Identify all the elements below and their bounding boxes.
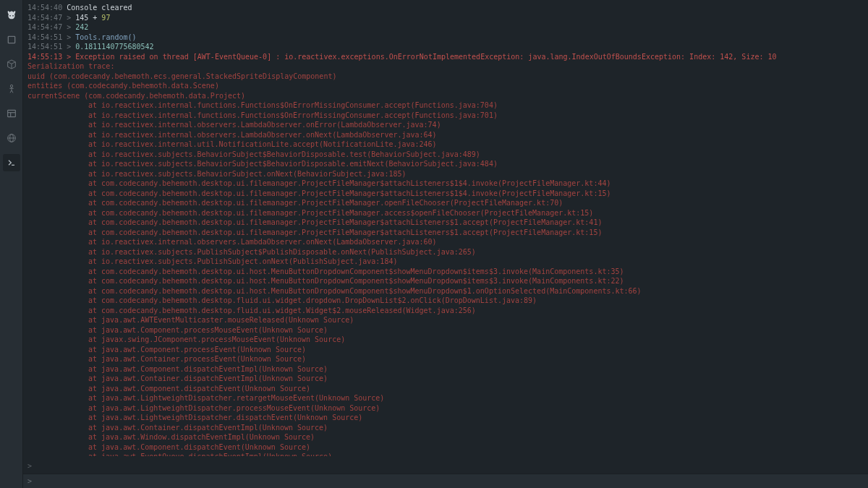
square-icon[interactable]: [3, 31, 20, 48]
console-line: at io.reactivex.subjects.BehaviorSubject…: [27, 159, 864, 169]
main-panel: 14:54:40 Console cleared14:54:47 > 145 +…: [23, 0, 868, 488]
console-line: at io.reactivex.internal.observers.Lambd…: [27, 130, 864, 140]
console-line: uuid (com.codecandy.behemoth.ecs.general…: [27, 72, 864, 82]
input-prompt-caret: >: [27, 477, 32, 485]
console-line: at java.awt.Window.dispatchEventImpl(Unk…: [27, 432, 864, 442]
console-line: at java.awt.Container.dispatchEventImpl(…: [27, 374, 864, 384]
console-input[interactable]: [35, 477, 864, 485]
layout-icon[interactable]: [3, 105, 20, 122]
svg-rect-0: [8, 36, 14, 43]
console-line: at java.awt.Container.dispatchEventImpl(…: [27, 423, 864, 433]
console-line: 14:54:51 > Tools.random(): [27, 33, 864, 43]
console-line: at java.awt.Container.processEvent(Unkno…: [27, 354, 864, 364]
console-line: at io.reactivex.internal.functions.Funct…: [27, 100, 864, 111]
console-line: at java.awt.LightweightDispatcher.proces…: [27, 403, 864, 414]
console-line: at io.reactivex.internal.functions.Funct…: [27, 111, 864, 121]
console-line: at io.reactivex.subjects.BehaviorSubject…: [27, 150, 864, 160]
sidebar: [0, 0, 23, 488]
console-line: at com.codecandy.behemoth.desktop.ui.fil…: [27, 198, 864, 208]
svg-rect-2: [7, 110, 15, 116]
console-line: at java.awt.EventQueue.dispatchEventImpl…: [27, 452, 864, 456]
console-line: at io.reactivex.internal.observers.Lambd…: [27, 120, 864, 130]
console-line: 14:55:13 > Exception raised on thread [A…: [27, 52, 864, 62]
console-input-bar[interactable]: >: [23, 474, 868, 488]
console-line: at java.awt.Component.dispatchEvent(Unkn…: [27, 442, 864, 453]
console-line: at java.awt.Component.dispatchEvent(Unkn…: [27, 384, 864, 394]
console-inner: 14:54:40 Console cleared14:54:47 > 145 +…: [27, 3, 864, 456]
console-line: at java.awt.LightweightDispatcher.dispat…: [27, 413, 864, 423]
console-line: at java.awt.Component.processEvent(Unkno…: [27, 345, 864, 355]
console-line: at io.reactivex.subjects.PublishSubject$…: [27, 247, 864, 257]
cube-icon[interactable]: [3, 56, 20, 73]
console-line: at com.codecandy.behemoth.desktop.ui.fil…: [27, 218, 864, 228]
console-line: at com.codecandy.behemoth.desktop.fluid.…: [27, 306, 864, 316]
console-line: at javax.swing.JComponent.processMouseEv…: [27, 335, 864, 345]
console-line: at io.reactivex.subjects.PublishSubject.…: [27, 257, 864, 267]
console-line: 14:54:47 > 145 + 97: [27, 13, 864, 23]
console-line: at com.codecandy.behemoth.desktop.ui.hos…: [27, 286, 864, 296]
console-line: 14:54:40 Console cleared: [27, 3, 864, 13]
console-line: at com.codecandy.behemoth.desktop.ui.hos…: [27, 267, 864, 277]
console-output[interactable]: 14:54:40 Console cleared14:54:47 > 145 +…: [23, 0, 868, 474]
console-line: at io.reactivex.internal.util.Notificati…: [27, 140, 864, 150]
console-line: at com.codecandy.behemoth.desktop.ui.fil…: [27, 208, 864, 218]
console-icon[interactable]: [3, 154, 20, 171]
console-line: at io.reactivex.internal.observers.Lambd…: [27, 237, 864, 247]
console-line: currentScene (com.codecandy.behemoth.dat…: [27, 91, 864, 101]
console-line: at com.codecandy.behemoth.desktop.ui.fil…: [27, 179, 864, 189]
logo-icon[interactable]: [3, 7, 20, 24]
app-root: 14:54:40 Console cleared14:54:47 > 145 +…: [0, 0, 868, 488]
person-icon[interactable]: [3, 80, 20, 98]
console-line: 14:54:51 > 0.1811140775680542: [27, 42, 864, 52]
console-line: at io.reactivex.subjects.BehaviorSubject…: [27, 169, 864, 179]
console-line: at java.awt.AWTEventMulticaster.mouseRel…: [27, 315, 864, 325]
console-line: 14:54:47 > 242: [27, 22, 864, 33]
console-line: entities (com.codecandy.behemoth.data.Sc…: [27, 81, 864, 91]
console-line: at com.codecandy.behemoth.desktop.ui.fil…: [27, 189, 864, 199]
svg-point-1: [10, 85, 12, 87]
scroll-indicator: >: [27, 461, 32, 471]
console-line: at com.codecandy.behemoth.desktop.ui.fil…: [27, 228, 864, 238]
console-line: at java.awt.Component.dispatchEventImpl(…: [27, 364, 864, 374]
globe-icon[interactable]: [3, 129, 20, 147]
console-line: at java.awt.LightweightDispatcher.retarg…: [27, 393, 864, 403]
console-line: at java.awt.Component.processMouseEvent(…: [27, 325, 864, 335]
console-line: at com.codecandy.behemoth.desktop.fluid.…: [27, 296, 864, 306]
console-line: at com.codecandy.behemoth.desktop.ui.hos…: [27, 276, 864, 286]
console-line: Serialization trace:: [27, 61, 864, 72]
